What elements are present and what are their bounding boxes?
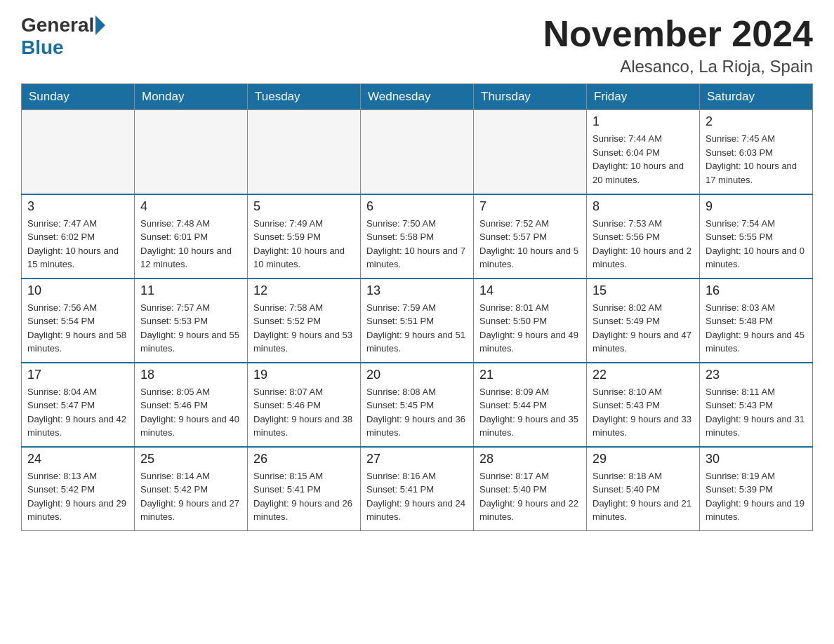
day-info: Sunrise: 7:58 AM Sunset: 5:52 PM Dayligh…: [253, 301, 355, 356]
day-info: Sunrise: 8:19 AM Sunset: 5:39 PM Dayligh…: [706, 469, 807, 524]
calendar-cell: [361, 110, 474, 194]
day-number: 7: [479, 199, 581, 214]
calendar-cell: 2Sunrise: 7:45 AM Sunset: 6:03 PM Daylig…: [700, 110, 813, 194]
weekday-header-tuesday: Tuesday: [248, 84, 361, 110]
day-number: 4: [140, 199, 241, 214]
day-info: Sunrise: 7:45 AM Sunset: 6:03 PM Dayligh…: [706, 132, 807, 187]
logo-blue-text: Blue: [21, 36, 64, 59]
weekday-header-row: SundayMondayTuesdayWednesdayThursdayFrid…: [22, 84, 813, 110]
calendar-cell: 20Sunrise: 8:08 AM Sunset: 5:45 PM Dayli…: [361, 363, 474, 447]
calendar-cell: 21Sunrise: 8:09 AM Sunset: 5:44 PM Dayli…: [474, 363, 587, 447]
day-number: 5: [253, 199, 355, 214]
calendar-week-5: 24Sunrise: 8:13 AM Sunset: 5:42 PM Dayli…: [22, 447, 813, 531]
day-info: Sunrise: 8:18 AM Sunset: 5:40 PM Dayligh…: [593, 469, 694, 524]
day-info: Sunrise: 7:52 AM Sunset: 5:57 PM Dayligh…: [479, 217, 581, 271]
day-info: Sunrise: 8:11 AM Sunset: 5:43 PM Dayligh…: [706, 385, 807, 440]
day-number: 6: [366, 199, 468, 214]
calendar-cell: 6Sunrise: 7:50 AM Sunset: 5:58 PM Daylig…: [361, 194, 474, 279]
day-number: 8: [593, 199, 694, 214]
day-info: Sunrise: 8:14 AM Sunset: 5:42 PM Dayligh…: [140, 469, 241, 524]
day-info: Sunrise: 8:05 AM Sunset: 5:46 PM Dayligh…: [140, 385, 241, 440]
day-number: 10: [27, 283, 128, 298]
calendar-cell: 10Sunrise: 7:56 AM Sunset: 5:54 PM Dayli…: [22, 279, 135, 363]
calendar-cell: 25Sunrise: 8:14 AM Sunset: 5:42 PM Dayli…: [135, 447, 248, 531]
day-number: 16: [706, 283, 807, 298]
day-number: 24: [27, 452, 128, 467]
day-info: Sunrise: 7:48 AM Sunset: 6:01 PM Dayligh…: [140, 217, 241, 271]
calendar-cell: 29Sunrise: 8:18 AM Sunset: 5:40 PM Dayli…: [587, 447, 700, 531]
day-info: Sunrise: 7:56 AM Sunset: 5:54 PM Dayligh…: [27, 301, 128, 356]
day-info: Sunrise: 8:16 AM Sunset: 5:41 PM Dayligh…: [366, 469, 468, 524]
calendar-cell: 14Sunrise: 8:01 AM Sunset: 5:50 PM Dayli…: [474, 279, 587, 363]
day-number: 14: [479, 283, 581, 298]
day-number: 13: [366, 283, 468, 298]
calendar-cell: 17Sunrise: 8:04 AM Sunset: 5:47 PM Dayli…: [22, 363, 135, 447]
weekday-header-monday: Monday: [135, 84, 248, 110]
day-info: Sunrise: 7:44 AM Sunset: 6:04 PM Dayligh…: [593, 132, 694, 187]
weekday-header-wednesday: Wednesday: [361, 84, 474, 110]
day-number: 18: [140, 368, 241, 382]
calendar-cell: 22Sunrise: 8:10 AM Sunset: 5:43 PM Dayli…: [587, 363, 700, 447]
calendar-cell: 11Sunrise: 7:57 AM Sunset: 5:53 PM Dayli…: [135, 279, 248, 363]
calendar-cell: [248, 110, 361, 194]
calendar-cell: 23Sunrise: 8:11 AM Sunset: 5:43 PM Dayli…: [700, 363, 813, 447]
day-number: 27: [366, 452, 468, 467]
calendar-cell: 1Sunrise: 7:44 AM Sunset: 6:04 PM Daylig…: [587, 110, 700, 194]
day-info: Sunrise: 8:13 AM Sunset: 5:42 PM Dayligh…: [27, 469, 128, 524]
logo-area: General Blue: [21, 14, 107, 59]
weekday-header-sunday: Sunday: [22, 84, 135, 110]
day-number: 17: [27, 368, 128, 382]
day-number: 25: [140, 452, 241, 467]
day-info: Sunrise: 7:49 AM Sunset: 5:59 PM Dayligh…: [253, 217, 355, 271]
day-number: 28: [479, 452, 581, 467]
calendar-cell: 15Sunrise: 8:02 AM Sunset: 5:49 PM Dayli…: [587, 279, 700, 363]
day-info: Sunrise: 7:53 AM Sunset: 5:56 PM Dayligh…: [593, 217, 694, 271]
logo-general-text: General: [21, 14, 94, 36]
calendar-cell: 27Sunrise: 8:16 AM Sunset: 5:41 PM Dayli…: [361, 447, 474, 531]
day-number: 3: [27, 199, 128, 214]
day-number: 11: [140, 283, 241, 298]
day-number: 23: [706, 368, 807, 382]
calendar-cell: 19Sunrise: 8:07 AM Sunset: 5:46 PM Dayli…: [248, 363, 361, 447]
title-area: November 2024 Alesanco, La Rioja, Spain: [543, 14, 813, 76]
calendar-week-4: 17Sunrise: 8:04 AM Sunset: 5:47 PM Dayli…: [22, 363, 813, 447]
day-number: 9: [706, 199, 807, 214]
calendar-cell: [135, 110, 248, 194]
day-info: Sunrise: 8:04 AM Sunset: 5:47 PM Dayligh…: [27, 385, 128, 440]
calendar-week-2: 3Sunrise: 7:47 AM Sunset: 6:02 PM Daylig…: [22, 194, 813, 279]
day-number: 21: [479, 368, 581, 382]
calendar-cell: 24Sunrise: 8:13 AM Sunset: 5:42 PM Dayli…: [22, 447, 135, 531]
day-number: 29: [593, 452, 694, 467]
day-info: Sunrise: 8:17 AM Sunset: 5:40 PM Dayligh…: [479, 469, 581, 524]
day-info: Sunrise: 8:15 AM Sunset: 5:41 PM Dayligh…: [253, 469, 355, 524]
day-info: Sunrise: 8:08 AM Sunset: 5:45 PM Dayligh…: [366, 385, 468, 440]
calendar-cell: 18Sunrise: 8:05 AM Sunset: 5:46 PM Dayli…: [135, 363, 248, 447]
day-info: Sunrise: 8:03 AM Sunset: 5:48 PM Dayligh…: [706, 301, 807, 356]
calendar-table: SundayMondayTuesdayWednesdayThursdayFrid…: [21, 83, 813, 531]
calendar-cell: 4Sunrise: 7:48 AM Sunset: 6:01 PM Daylig…: [135, 194, 248, 279]
day-info: Sunrise: 8:09 AM Sunset: 5:44 PM Dayligh…: [479, 385, 581, 440]
calendar-cell: 13Sunrise: 7:59 AM Sunset: 5:51 PM Dayli…: [361, 279, 474, 363]
day-number: 22: [593, 368, 694, 382]
day-info: Sunrise: 7:47 AM Sunset: 6:02 PM Dayligh…: [27, 217, 128, 271]
month-title: November 2024: [543, 14, 813, 54]
calendar-cell: 5Sunrise: 7:49 AM Sunset: 5:59 PM Daylig…: [248, 194, 361, 279]
day-number: 15: [593, 283, 694, 298]
calendar-cell: [474, 110, 587, 194]
day-number: 2: [706, 114, 807, 129]
calendar-cell: 7Sunrise: 7:52 AM Sunset: 5:57 PM Daylig…: [474, 194, 587, 279]
day-info: Sunrise: 8:07 AM Sunset: 5:46 PM Dayligh…: [253, 385, 355, 440]
day-info: Sunrise: 7:54 AM Sunset: 5:55 PM Dayligh…: [706, 217, 807, 271]
day-number: 19: [253, 368, 355, 382]
calendar-cell: 28Sunrise: 8:17 AM Sunset: 5:40 PM Dayli…: [474, 447, 587, 531]
day-number: 12: [253, 283, 355, 298]
calendar-cell: 9Sunrise: 7:54 AM Sunset: 5:55 PM Daylig…: [700, 194, 813, 279]
weekday-header-friday: Friday: [587, 84, 700, 110]
day-number: 20: [366, 368, 468, 382]
day-number: 30: [706, 452, 807, 467]
calendar-week-3: 10Sunrise: 7:56 AM Sunset: 5:54 PM Dayli…: [22, 279, 813, 363]
weekday-header-saturday: Saturday: [700, 84, 813, 110]
calendar-cell: 30Sunrise: 8:19 AM Sunset: 5:39 PM Dayli…: [700, 447, 813, 531]
calendar-cell: 8Sunrise: 7:53 AM Sunset: 5:56 PM Daylig…: [587, 194, 700, 279]
calendar-week-1: 1Sunrise: 7:44 AM Sunset: 6:04 PM Daylig…: [22, 110, 813, 194]
